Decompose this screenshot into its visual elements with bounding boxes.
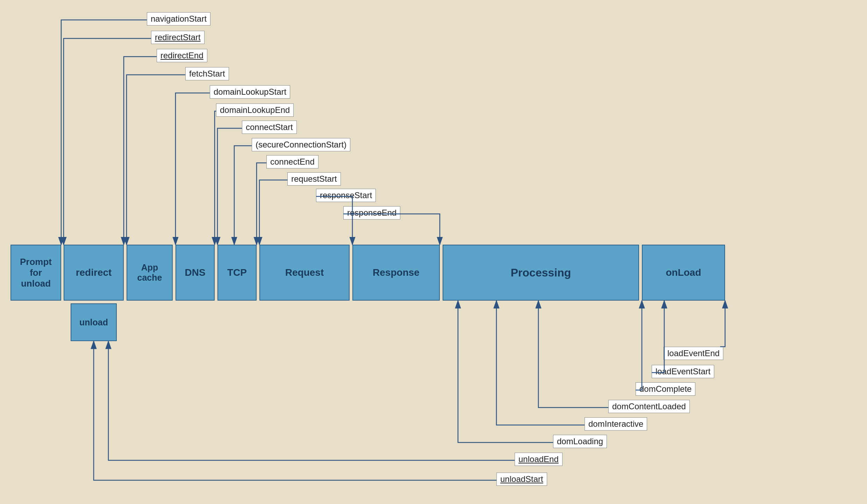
phase-tcp: TCP [217,245,257,301]
label-responseStart: responseStart [316,189,376,202]
phase-prompt: Promptforunload [10,245,61,301]
diagram-container: Promptforunload redirect unload Appcache… [0,0,867,504]
label-domComplete: domComplete [636,382,695,396]
phase-unload: unload [71,303,117,341]
label-redirectStart: redirectStart [151,31,205,44]
label-connectEnd: connectEnd [266,155,318,168]
label-redirectEnd: redirectEnd [157,49,207,62]
phase-appcache: Appcache [127,245,173,301]
label-unloadStart: unloadStart [496,473,547,486]
phase-processing: Processing [443,245,639,301]
label-domainLookupEnd: domainLookupEnd [216,103,294,117]
label-loadEventEnd: loadEventEnd [664,347,723,360]
phase-request: Request [259,245,350,301]
label-domainLookupStart: domainLookupStart [210,85,290,99]
phase-redirect: redirect [64,245,124,301]
label-navigationStart: navigationStart [147,12,210,26]
label-responseEnd: responseEnd [343,206,400,219]
label-fetchStart: fetchStart [185,67,229,80]
label-loadEventStart: loadEventStart [652,365,714,378]
label-domContentLoaded: domContentLoaded [608,400,690,413]
label-secureConnectionStart: (secureConnectionStart) [252,138,350,151]
label-domInteractive: domInteractive [585,417,647,431]
label-connectStart: connectStart [242,121,297,134]
phase-onload: onLoad [642,245,725,301]
label-requestStart: requestStart [287,172,341,186]
phase-dns: DNS [175,245,215,301]
label-unloadEnd: unloadEnd [515,453,563,466]
label-domLoading: domLoading [553,435,607,448]
phase-response: Response [352,245,440,301]
